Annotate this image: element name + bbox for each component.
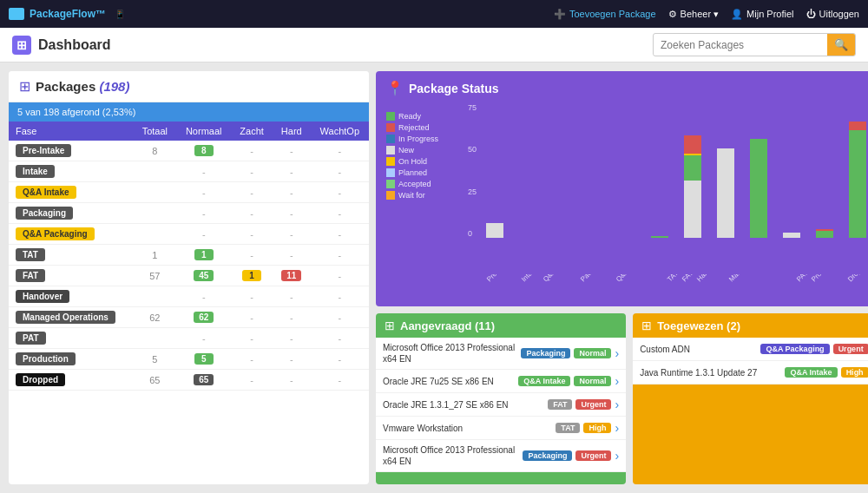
badge-fase: FAT	[548, 399, 572, 410]
arrow-icon[interactable]: ›	[615, 374, 619, 388]
aangevraagd-title: Aangevraagd (11)	[400, 319, 495, 332]
search-input[interactable]	[654, 36, 827, 55]
bar-stack	[783, 233, 800, 238]
badge-priority: High	[583, 423, 611, 433]
bar-label: PAT	[795, 274, 810, 283]
aangevraagd-list: Microsoft Office 2013 Professional x64 E…	[376, 338, 626, 472]
normaal-badge: 8	[194, 145, 214, 156]
totaal-cell	[133, 182, 176, 203]
bar-label: Q&A Packaging	[615, 274, 654, 283]
arrow-icon[interactable]: ›	[615, 346, 619, 360]
fase-badge[interactable]: Pre-Intake	[16, 144, 71, 157]
list-item[interactable]: Oracle JRE 1.3.1_27 SE x86 EN FAT Urgent…	[376, 393, 626, 417]
bottom-panels: ⊞ Aangevraagd (11) Microsoft Office 2013…	[376, 313, 868, 484]
fase-badge[interactable]: Intake	[16, 165, 55, 178]
table-row[interactable]: Dropped6565---	[9, 370, 369, 391]
table-row[interactable]: TAT11---	[9, 245, 369, 266]
zacht-cell: -	[231, 141, 273, 161]
fase-badge[interactable]: Packaging	[16, 207, 73, 220]
hard-cell: -	[273, 370, 311, 391]
fase-badge[interactable]: Dropped	[16, 373, 65, 386]
table-row[interactable]: Pre-Intake88---	[9, 141, 369, 161]
fase-badge[interactable]: Handover	[16, 290, 69, 303]
legend-dot	[386, 191, 395, 200]
bar-stack	[651, 236, 668, 238]
fase-badge[interactable]: PAT	[16, 332, 46, 345]
col-zacht: Zacht	[231, 122, 273, 141]
list-item[interactable]: Java Runtime 1.3.1 Update 27 Q&A Intake …	[633, 361, 868, 385]
chart-area: ReadyRejectedIn ProgressNewOn HoldPlanne…	[386, 103, 868, 286]
bar-stack	[684, 135, 701, 238]
wachtop-cell: -	[311, 161, 369, 182]
table-row[interactable]: Q&A Packaging----	[9, 224, 369, 245]
list-item[interactable]: Vmware Workstation TAT High ›	[376, 417, 626, 440]
table-row[interactable]: Intake----	[9, 161, 369, 182]
table-row[interactable]: Managed Operations6262---	[9, 307, 369, 328]
bar-labels: Pre-IntakeIntakeQ&A IntakePackagingQ&A P…	[485, 274, 868, 286]
logout-btn[interactable]: ⏻ Uitloggen	[806, 9, 859, 19]
bar-label: Handover	[695, 274, 722, 283]
badge-fase: Q&A Intake	[785, 367, 837, 378]
fase-badge[interactable]: Q&A Intake	[16, 186, 76, 199]
zacht-cell: -	[231, 307, 273, 328]
normaal-badge: 1	[194, 249, 214, 260]
bar-group	[678, 135, 708, 238]
arrow-icon[interactable]: ›	[615, 449, 619, 463]
fase-badge[interactable]: TAT	[16, 248, 45, 261]
bar-label: Packaging	[579, 274, 608, 283]
list-item[interactable]: Microsoft Office 2013 Professional x64 E…	[376, 338, 626, 370]
badge-fase: Packaging	[523, 450, 572, 461]
normaal-cell: -	[176, 161, 231, 182]
col-hard: Hard	[273, 122, 311, 141]
arrow-icon[interactable]: ›	[615, 421, 619, 435]
legend-label: In Progress	[398, 135, 438, 143]
arrow-icon[interactable]: ›	[615, 398, 619, 411]
list-item[interactable]: Microsoft Office 2013 Professional x64 E…	[376, 440, 626, 472]
fase-badge[interactable]: Managed Operations	[16, 311, 115, 324]
profiel-btn[interactable]: 👤 Mijn Profiel	[731, 9, 793, 20]
normaal-cell: -	[176, 328, 231, 349]
wachtop-cell: -	[311, 141, 369, 161]
zacht-cell: -	[231, 328, 273, 349]
list-item[interactable]: Custom ADN Q&A Packaging Urgent ›	[633, 338, 868, 361]
table-row[interactable]: FAT5745111-	[9, 266, 369, 286]
fase-badge[interactable]: Q&A Packaging	[16, 227, 95, 240]
bar-group	[711, 148, 741, 238]
wachtop-cell: -	[311, 307, 369, 328]
legend-label: Planned	[398, 168, 427, 177]
bar-stack	[849, 122, 866, 238]
hard-cell: -	[273, 328, 311, 349]
zacht-cell: -	[231, 224, 273, 245]
table-row[interactable]: Packaging----	[9, 203, 369, 224]
search-button[interactable]: 🔍	[827, 34, 855, 56]
bar-group	[776, 233, 806, 238]
table-row[interactable]: PAT----	[9, 328, 369, 349]
table-row[interactable]: Q&A Intake----	[9, 182, 369, 203]
add-package-btn[interactable]: ➕ Toevoegen Package	[554, 9, 656, 20]
main-content: ⊞ Packages (198) 5 van 198 afgerond (2,5…	[0, 62, 868, 493]
list-item[interactable]: Oracle JRE 7u25 SE x86 EN Q&A Intake Nor…	[376, 370, 626, 393]
fase-badge[interactable]: Production	[16, 352, 76, 365]
packages-table: Fase Totaal Normaal Zacht Hard WachtOp P…	[9, 122, 369, 391]
hard-cell: -	[273, 141, 311, 161]
legend-item: In Progress	[386, 135, 464, 143]
table-row[interactable]: Production55---	[9, 349, 369, 370]
zacht-cell: -	[231, 182, 273, 203]
table-row[interactable]: Handover----	[9, 286, 369, 307]
topnav: PackageFlow™ 📱 ➕ Toevoegen Package ⚙ Beh…	[0, 0, 868, 28]
beheer-btn[interactable]: ⚙ Beheer ▾	[668, 9, 720, 20]
zacht-cell: -	[231, 370, 273, 391]
legend-label: Ready	[398, 112, 421, 121]
bar-label: Pre-Intake	[485, 274, 513, 283]
brand-icon	[9, 8, 24, 20]
bar-segment	[849, 122, 866, 130]
badge-priority: Urgent	[575, 399, 611, 410]
bar-segment	[783, 233, 800, 238]
fase-badge[interactable]: FAT	[16, 269, 45, 282]
item-name: Custom ADN	[640, 344, 757, 355]
bars-area	[480, 103, 868, 238]
legend-item: Accepted	[386, 180, 464, 188]
normaal-cell: 62	[176, 307, 231, 328]
brand: PackageFlow™ 📱	[9, 8, 125, 20]
bar-label: TAT	[666, 274, 680, 283]
